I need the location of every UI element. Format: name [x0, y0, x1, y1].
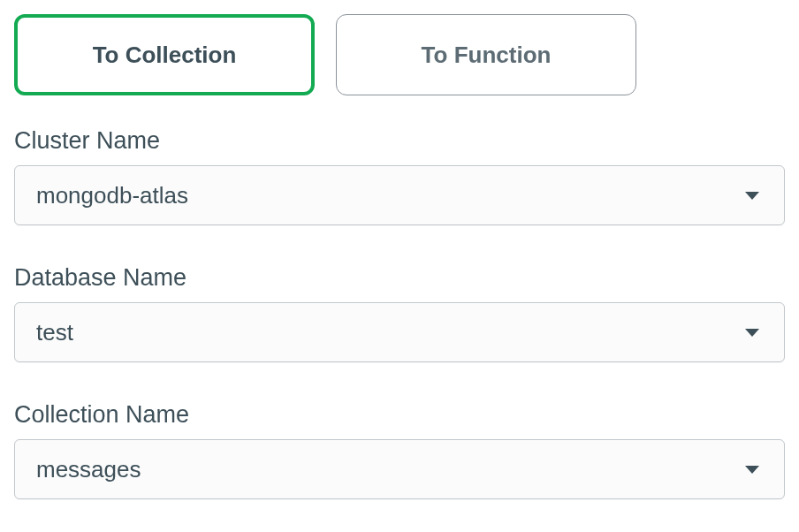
destination-tabs: To Collection To Function	[14, 14, 785, 95]
collection-name-select[interactable]: messages	[14, 439, 785, 499]
tab-to-collection[interactable]: To Collection	[14, 14, 315, 95]
collection-name-label: Collection Name	[14, 401, 785, 429]
database-name-value: test	[36, 319, 73, 346]
tab-to-function[interactable]: To Function	[336, 14, 636, 95]
collection-name-field: Collection Name messages	[14, 401, 785, 499]
chevron-down-icon	[745, 192, 759, 200]
cluster-name-value: mongodb-atlas	[36, 182, 188, 209]
cluster-name-label: Cluster Name	[14, 127, 785, 155]
collection-name-value: messages	[36, 456, 141, 483]
cluster-name-select[interactable]: mongodb-atlas	[14, 165, 785, 225]
database-name-field: Database Name test	[14, 264, 785, 362]
database-name-select[interactable]: test	[14, 302, 785, 362]
tab-label: To Function	[422, 42, 552, 69]
cluster-name-field: Cluster Name mongodb-atlas	[14, 127, 785, 225]
database-name-label: Database Name	[14, 264, 785, 292]
chevron-down-icon	[745, 466, 759, 474]
tab-label: To Collection	[93, 42, 237, 69]
chevron-down-icon	[745, 329, 759, 337]
